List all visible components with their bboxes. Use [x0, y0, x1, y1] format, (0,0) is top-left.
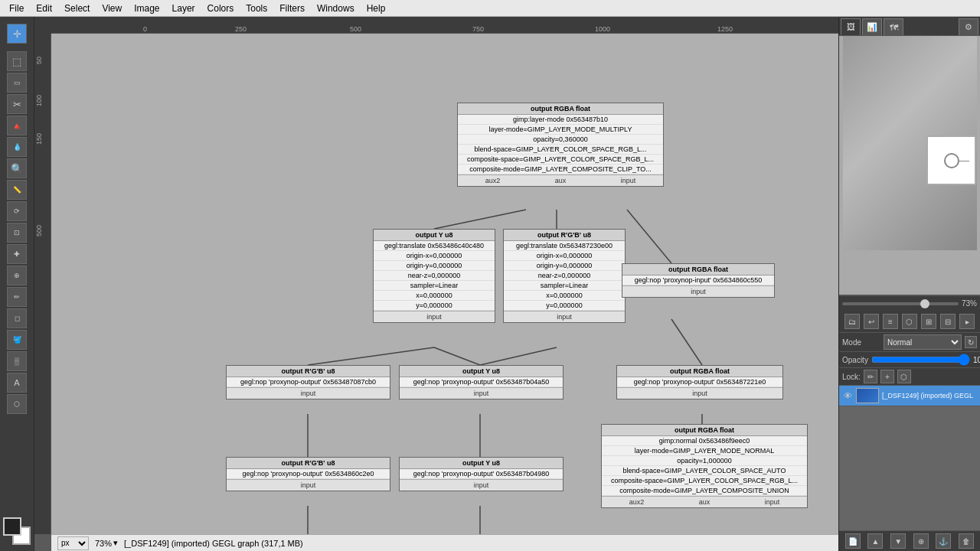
node-tl-header: output Y u8 — [374, 230, 495, 241]
zoom-slider[interactable] — [842, 302, 959, 305]
node-mid-l[interactable]: output R'G'B' u8 gegl:nop 'proxynop-outp… — [226, 365, 390, 399]
tool-path[interactable]: ⬡ — [7, 394, 27, 414]
zoom-dropdown-icon[interactable]: ▾ — [113, 538, 118, 548]
new-layer-btn[interactable]: 📄 — [845, 533, 861, 549]
tool-pointer[interactable]: ⬚ — [7, 51, 27, 71]
tool-transform[interactable]: ⟳ — [7, 201, 27, 221]
icon-channels[interactable]: ≡ — [883, 314, 898, 329]
menu-help[interactable]: Help — [361, 2, 392, 15]
foreground-color[interactable] — [3, 517, 21, 536]
tool-select-rect[interactable]: ▭ — [7, 73, 27, 93]
menu-file[interactable]: File — [3, 2, 30, 15]
node-rproxy[interactable]: output RGBA float gegl:nop 'proxynop-inp… — [622, 263, 775, 298]
layer-eye-toggle[interactable]: 👁 — [842, 390, 853, 401]
svg-line-2 — [627, 210, 671, 263]
menu-windows[interactable]: Windows — [311, 2, 361, 15]
menu-view[interactable]: View — [96, 2, 128, 15]
tool-crop[interactable]: ⊡ — [7, 223, 27, 243]
canvas-workspace[interactable]: output RGBA float gimp:layer-mode 0x5634… — [51, 34, 838, 534]
preview-cursor-area — [926, 135, 976, 185]
layer-up-btn[interactable]: ▲ — [867, 533, 883, 549]
icon-collapse[interactable]: ⊟ — [940, 314, 956, 329]
node-tr-header: output R'G'B' u8 — [504, 230, 625, 241]
icon-paths[interactable]: ⬡ — [902, 314, 917, 329]
node-tl[interactable]: output Y u8 gegl:translate 0x563486c40c4… — [373, 229, 495, 323]
lock-label: Lock: — [842, 373, 861, 381]
panel-tabs: 🖼 📊 🗺 ⚙ — [839, 17, 980, 36]
node-main[interactable]: output RGBA float gimp:layer-mode 0x5634… — [457, 103, 664, 187]
opacity-row: Opacity 100,0 – — [839, 352, 980, 368]
panel-icon-row-1: 🗂 ↩ ≡ ⬡ ⊞ ⊟ ▸ — [839, 311, 980, 333]
unit-selector[interactable]: px mm inch — [57, 536, 89, 550]
lock-alpha[interactable]: ⬡ — [897, 370, 911, 383]
icon-expand[interactable]: ⊞ — [921, 314, 936, 329]
lock-pixels[interactable]: ✏ — [864, 370, 877, 383]
ruler-h: 0 250 500 750 1000 1250 — [51, 17, 838, 34]
svg-line-5 — [480, 347, 557, 365]
tab-configure[interactable]: ⚙ — [959, 18, 978, 35]
preview-cursor-icon — [944, 153, 959, 168]
mode-label: Mode — [842, 338, 880, 347]
tool-fuzzy-select[interactable]: 🔺 — [7, 116, 27, 135]
tab-histogram[interactable]: 📊 — [862, 18, 882, 35]
layer-item[interactable]: 👁 [_DSF1249] (imported) GEGL — [839, 386, 980, 406]
toolbox: ✛ ⬚ ▭ ✂ 🔺 💧 🔍 📏 ⟳ ⊡ ✚ ⊕ ✏ ◻ 🪣 ▒ A ⬡ — [0, 17, 34, 551]
menu-image[interactable]: Image — [128, 2, 165, 15]
opacity-label: Opacity — [842, 356, 868, 364]
zoom-status: 73% ▾ — [95, 538, 118, 548]
node-mid-c[interactable]: output Y u8 gegl:nop 'proxynop-output' 0… — [399, 365, 564, 399]
zoom-label: 73% — [962, 299, 977, 308]
menu-colors[interactable]: Colors — [201, 2, 240, 15]
zoom-value: 73% — [95, 539, 112, 548]
menu-layer[interactable]: Layer — [166, 2, 201, 15]
opacity-value: 100,0 — [973, 356, 980, 364]
node-bottom-main[interactable]: output RGBA float gimp:normal 0x563486f9… — [601, 424, 808, 508]
anchor-layer-btn[interactable]: ⚓ — [936, 533, 951, 549]
menu-filters[interactable]: Filters — [273, 2, 311, 15]
delete-layer-btn[interactable]: 🗑 — [959, 533, 974, 549]
mode-select[interactable]: Normal Multiply Screen Overlay — [884, 334, 962, 350]
node-bottom-main-header: output RGBA float — [602, 425, 807, 436]
lock-row: Lock: ✏ + ⬡ — [839, 368, 980, 386]
node-mid-c-ports: input — [400, 387, 563, 399]
tab-nav[interactable]: 🗺 — [884, 18, 903, 35]
tool-text[interactable]: A — [7, 373, 27, 393]
tool-bucket[interactable]: 🪣 — [7, 330, 27, 350]
tool-heal[interactable]: ✚ — [7, 244, 27, 264]
icon-undo[interactable]: ↩ — [864, 314, 879, 329]
toolbox-bottom — [3, 514, 31, 548]
unit-select[interactable]: px mm inch — [57, 536, 89, 550]
menu-select[interactable]: Select — [58, 2, 96, 15]
menu-tools[interactable]: Tools — [240, 2, 273, 15]
mode-refresh[interactable]: ↻ — [965, 336, 977, 348]
tool-gradient[interactable]: ▒ — [7, 351, 27, 371]
tool-measure[interactable]: 📏 — [7, 180, 27, 200]
fg-bg-colors[interactable] — [3, 517, 31, 545]
statusbar: px mm inch 73% ▾ [_DSF1249] (imported) G… — [51, 534, 838, 551]
lock-position[interactable]: + — [880, 370, 894, 383]
tab-image[interactable]: 🖼 — [841, 18, 861, 35]
tool-paintbrush[interactable]: ✏ — [7, 287, 27, 307]
layer-down-btn[interactable]: ▼ — [890, 533, 906, 549]
svg-line-3 — [308, 347, 434, 365]
menu-edit[interactable]: Edit — [30, 2, 58, 15]
tool-eraser[interactable]: ◻ — [7, 308, 27, 328]
tool-lasso[interactable]: ✂ — [7, 94, 27, 114]
tool-clone[interactable]: ⊕ — [7, 266, 27, 285]
node-bot-l-header: output R'G'B' u8 — [227, 458, 390, 469]
layer-thumbnail — [856, 388, 879, 403]
icon-layers[interactable]: 🗂 — [844, 314, 860, 329]
tool-move[interactable]: ✛ — [7, 24, 27, 44]
node-mid-r-ports: input — [617, 387, 782, 399]
opacity-slider[interactable] — [871, 354, 970, 365]
tool-color-pick[interactable]: 💧 — [7, 137, 27, 157]
node-tr[interactable]: output R'G'B' u8 gegl:translate 0x563487… — [503, 229, 626, 323]
node-mid-r[interactable]: output RGBA float gegl:nop 'proxynop-out… — [616, 365, 783, 399]
node-bot-c-header: output Y u8 — [400, 458, 563, 469]
node-bot-l[interactable]: output R'G'B' u8 gegl:nop 'proxynop-outp… — [226, 457, 390, 491]
tool-zoom[interactable]: 🔍 — [7, 158, 27, 178]
duplicate-layer-btn[interactable]: ⊕ — [913, 533, 929, 549]
node-bot-c[interactable]: output Y u8 gegl:nop 'proxynop-output' 0… — [399, 457, 564, 491]
icon-panel-options[interactable]: ▸ — [959, 314, 975, 329]
ruler-v: 50 100 150 500 — [34, 34, 51, 534]
